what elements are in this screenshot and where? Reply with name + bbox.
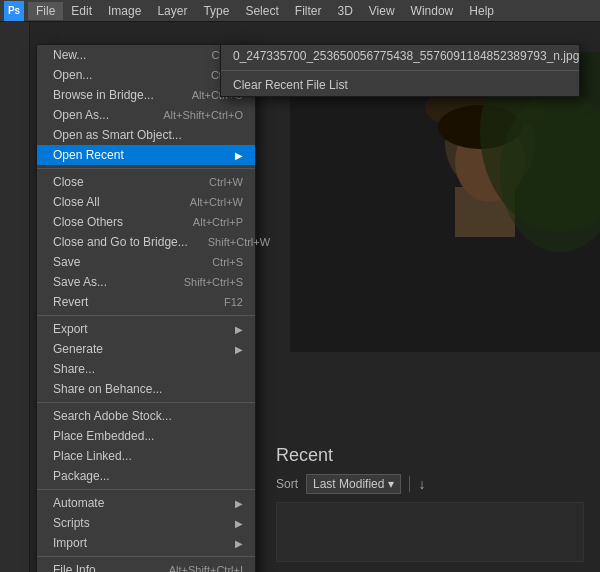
generate-submenu-arrow-icon: ▶ [235,344,243,355]
menu-file-info[interactable]: File Info... Alt+Shift+Ctrl+I [37,560,255,572]
sort-direction-button[interactable]: ↓ [418,476,425,492]
menu-search-stock[interactable]: Search Adobe Stock... [37,406,255,426]
menu-view[interactable]: View [361,2,403,20]
ps-app-icon: Ps [4,1,24,21]
menu-close-go-bridge-label: Close and Go to Bridge... [53,235,188,249]
menubar: Ps File Edit Image Layer Type Select Fil… [0,0,600,22]
clear-recent-button[interactable]: Clear Recent File List [221,74,579,96]
menu-new-label: New... [53,48,86,62]
separator-5 [37,556,255,557]
menu-close-go-bridge[interactable]: Close and Go to Bridge... Shift+Ctrl+W [37,232,255,252]
menu-automate-label: Automate [53,496,104,510]
recent-title: Recent [276,445,584,466]
menu-place-linked[interactable]: Place Linked... [37,446,255,466]
menu-close-others-shortcut: Alt+Ctrl+P [193,216,243,228]
portrait-image [290,52,600,352]
menu-type[interactable]: Type [195,2,237,20]
menu-package-label: Package... [53,469,110,483]
menu-open-as-label: Open As... [53,108,109,122]
menu-save-as-label: Save As... [53,275,107,289]
menu-share[interactable]: Share... [37,359,255,379]
sort-value: Last Modified [313,477,384,491]
separator-1 [37,168,255,169]
menu-place-linked-label: Place Linked... [53,449,132,463]
menu-import[interactable]: Import ▶ [37,533,255,553]
export-submenu-arrow-icon: ▶ [235,324,243,335]
menu-revert-shortcut: F12 [224,296,243,308]
menu-share-label: Share... [53,362,95,376]
scripts-submenu-arrow-icon: ▶ [235,518,243,529]
menu-share-behance-label: Share on Behance... [53,382,162,396]
menu-share-behance[interactable]: Share on Behance... [37,379,255,399]
recent-panel: Recent Sort Last Modified ▾ ↓ [260,435,600,572]
menu-save-label: Save [53,255,80,269]
submenu-arrow-icon: ▶ [235,150,243,161]
open-recent-submenu: 0_247335700_253650056775438_557609118485… [220,44,580,97]
menu-revert[interactable]: Revert F12 [37,292,255,312]
menu-save-shortcut: Ctrl+S [212,256,243,268]
menu-help[interactable]: Help [461,2,502,20]
recent-file-item[interactable]: 0_247335700_253650056775438_557609118485… [221,45,579,67]
menu-open-smart-object-label: Open as Smart Object... [53,128,182,142]
menu-package[interactable]: Package... [37,466,255,486]
menu-scripts[interactable]: Scripts ▶ [37,513,255,533]
automate-submenu-arrow-icon: ▶ [235,498,243,509]
sort-label: Sort [276,477,298,491]
menu-close[interactable]: Close Ctrl+W [37,172,255,192]
menu-window[interactable]: Window [403,2,462,20]
menu-import-label: Import [53,536,87,550]
menu-open-as[interactable]: Open As... Alt+Shift+Ctrl+O [37,105,255,125]
menu-3d[interactable]: 3D [329,2,360,20]
menu-file[interactable]: File [28,2,63,20]
thumbnail-strip [276,502,584,562]
sort-bar: Sort Last Modified ▾ ↓ [276,474,584,494]
menu-open-label: Open... [53,68,92,82]
menu-close-shortcut: Ctrl+W [209,176,243,188]
menu-generate[interactable]: Generate ▶ [37,339,255,359]
clear-recent-label: Clear Recent File List [233,78,348,92]
menu-close-all-shortcut: Alt+Ctrl+W [190,196,243,208]
menu-close-all-label: Close All [53,195,100,209]
canvas-area [290,52,600,352]
menu-generate-label: Generate [53,342,103,356]
svg-rect-5 [435,237,545,352]
menu-export-label: Export [53,322,88,336]
file-dropdown-menu: New... Ctrl+N Open... Ctrl+O Browse in B… [36,44,256,572]
menu-export[interactable]: Export ▶ [37,319,255,339]
menu-revert-label: Revert [53,295,88,309]
sort-dropdown[interactable]: Last Modified ▾ [306,474,401,494]
menu-file-info-label: File Info... [53,563,106,572]
separator-4 [37,489,255,490]
separator-3 [37,402,255,403]
import-submenu-arrow-icon: ▶ [235,538,243,549]
menu-automate[interactable]: Automate ▶ [37,493,255,513]
menu-save-as-shortcut: Shift+Ctrl+S [184,276,243,288]
sort-divider [409,476,410,492]
menu-scripts-label: Scripts [53,516,90,530]
menu-file-info-shortcut: Alt+Shift+Ctrl+I [169,564,243,572]
menu-open-recent[interactable]: Open Recent ▶ [37,145,255,165]
menu-place-embedded[interactable]: Place Embedded... [37,426,255,446]
menu-close-go-bridge-shortcut: Shift+Ctrl+W [208,236,270,248]
separator-2 [37,315,255,316]
menu-open-recent-label: Open Recent [53,148,124,162]
menu-close-label: Close [53,175,84,189]
menu-save-as[interactable]: Save As... Shift+Ctrl+S [37,272,255,292]
main-content: Recent Sort Last Modified ▾ ↓ New... Ctr… [0,22,600,572]
menu-browse-bridge-label: Browse in Bridge... [53,88,154,102]
menu-select[interactable]: Select [237,2,286,20]
submenu-separator [221,70,579,71]
menu-place-embedded-label: Place Embedded... [53,429,154,443]
menu-layer[interactable]: Layer [149,2,195,20]
menu-search-stock-label: Search Adobe Stock... [53,409,172,423]
menu-close-others[interactable]: Close Others Alt+Ctrl+P [37,212,255,232]
menu-close-all[interactable]: Close All Alt+Ctrl+W [37,192,255,212]
recent-file-name: 0_247335700_253650056775438_557609118485… [233,49,579,63]
menu-save[interactable]: Save Ctrl+S [37,252,255,272]
menu-filter[interactable]: Filter [287,2,330,20]
menu-image[interactable]: Image [100,2,149,20]
tools-sidebar [0,22,30,572]
menu-open-smart-object[interactable]: Open as Smart Object... [37,125,255,145]
chevron-down-icon: ▾ [388,477,394,491]
menu-edit[interactable]: Edit [63,2,100,20]
